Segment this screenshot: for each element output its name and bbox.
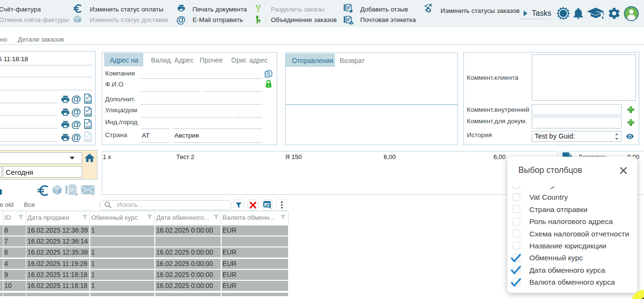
svg-text:@: @	[71, 107, 81, 117]
svg-text:123: 123	[86, 125, 91, 128]
svg-text:123: 123	[86, 138, 91, 141]
svg-text:123: 123	[86, 113, 91, 116]
svg-text:123: 123	[86, 100, 91, 103]
svg-text:@: @	[71, 94, 81, 104]
svg-text:@: @	[71, 119, 81, 129]
svg-text:@: @	[71, 132, 81, 142]
